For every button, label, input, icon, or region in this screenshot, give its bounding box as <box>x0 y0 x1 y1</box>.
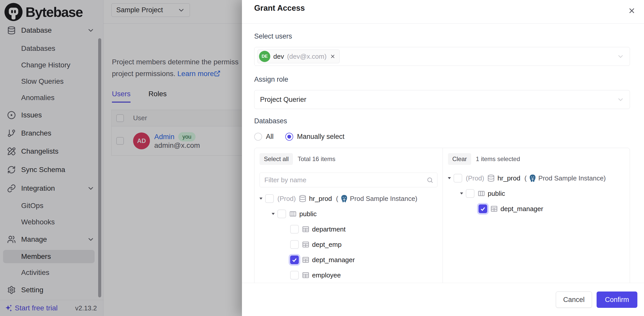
checkbox[interactable] <box>277 210 286 218</box>
close-icon <box>627 6 636 15</box>
selected-panel: Clear 1 items selected (Prod) hr_prod (P… <box>443 148 630 283</box>
assign-role-label: Assign role <box>254 76 630 83</box>
radio-circle[interactable] <box>254 133 262 141</box>
postgresql-icon <box>528 174 537 183</box>
database-icon <box>487 174 495 182</box>
tree-row[interactable]: department <box>254 222 443 237</box>
tree-row[interactable]: employee <box>254 268 443 283</box>
select-all-button[interactable]: Select all <box>260 153 293 165</box>
checkbox[interactable] <box>466 189 474 198</box>
modal-footer: Cancel Confirm <box>242 283 644 316</box>
user-chip: DE dev (dev@x.com) <box>257 50 340 63</box>
database-transfer: Select all Total 16 items (Prod) <box>254 148 630 283</box>
table-icon <box>302 241 310 248</box>
schema-icon <box>478 190 485 197</box>
role-value: Project Querier <box>257 96 306 104</box>
caret-down-icon[interactable] <box>269 210 277 218</box>
database-icon <box>299 195 306 202</box>
avatar: DE <box>259 51 270 62</box>
modal-title: Grant Access <box>254 4 305 13</box>
select-users-label: Select users <box>254 32 630 40</box>
modal-header: Grant Access <box>242 0 644 24</box>
search-icon <box>427 177 433 184</box>
caret-down-icon[interactable] <box>445 174 454 183</box>
table-icon <box>490 205 498 213</box>
radio-all[interactable]: All <box>254 133 274 141</box>
confirm-button[interactable]: Confirm <box>597 291 637 308</box>
tree-row[interactable]: (Prod) hr_prod (Prod Sample Instance) <box>254 191 443 206</box>
source-panel: Select all Total 16 items (Prod) <box>254 148 443 283</box>
radio-circle-selected[interactable] <box>285 133 293 141</box>
checkbox[interactable] <box>290 271 299 279</box>
bytebase-app: Bytebase Database Databases Change Histo… <box>0 0 644 316</box>
selected-count: 1 items selected <box>476 155 520 163</box>
modal-body: Select users DE dev (dev@x.com) Assign r… <box>242 24 644 283</box>
chip-user-name: dev <box>273 53 284 60</box>
filter-input[interactable] <box>260 173 437 187</box>
assign-role-select[interactable]: Project Querier <box>254 90 630 109</box>
total-count: Total 16 items <box>298 155 335 163</box>
tree-row[interactable]: dept_manager <box>443 201 630 216</box>
checkbox[interactable] <box>290 225 299 234</box>
tree-row[interactable]: public <box>254 206 443 222</box>
table-icon <box>302 225 310 233</box>
radio-manually-select[interactable]: Manually select <box>285 133 344 141</box>
database-scope-radios: All Manually select <box>254 133 630 141</box>
checkbox[interactable] <box>454 174 462 183</box>
caret-down-icon[interactable] <box>256 194 265 203</box>
tree-row[interactable]: dept_emp <box>254 237 443 252</box>
postgresql-icon <box>340 194 349 203</box>
chevron-down-icon <box>616 95 625 104</box>
tree-row[interactable]: public <box>443 186 630 201</box>
tree-row[interactable]: (Prod) hr_prod (Prod Sample Instance) <box>443 171 630 186</box>
selected-tree: (Prod) hr_prod (Prod Sample Instance) pu… <box>443 171 630 216</box>
schema-icon <box>289 210 297 218</box>
checkbox[interactable] <box>290 240 299 249</box>
filter-box <box>260 173 437 187</box>
table-icon <box>302 271 310 279</box>
checkbox[interactable] <box>265 194 274 203</box>
caret-down-icon[interactable] <box>457 189 466 198</box>
clear-button[interactable]: Clear <box>448 153 471 165</box>
modal-backdrop[interactable] <box>0 0 242 316</box>
chevron-down-icon <box>616 52 625 60</box>
close-button[interactable] <box>626 5 637 16</box>
databases-label: Databases <box>254 117 630 125</box>
chip-user-email: (dev@x.com) <box>287 53 327 60</box>
tree-row[interactable]: dept_manager <box>254 252 443 268</box>
source-tree: (Prod) hr_prod (Prod Sample Instance) pu… <box>254 191 443 283</box>
cancel-button[interactable]: Cancel <box>556 291 592 308</box>
checkbox-checked[interactable] <box>290 256 299 264</box>
table-icon <box>302 256 310 264</box>
checkbox-checked[interactable] <box>479 204 487 213</box>
select-users-input[interactable]: DE dev (dev@x.com) <box>254 47 630 66</box>
remove-user-icon[interactable] <box>330 53 336 59</box>
grant-access-modal: Grant Access Select users DE dev (dev@x.… <box>242 0 644 316</box>
